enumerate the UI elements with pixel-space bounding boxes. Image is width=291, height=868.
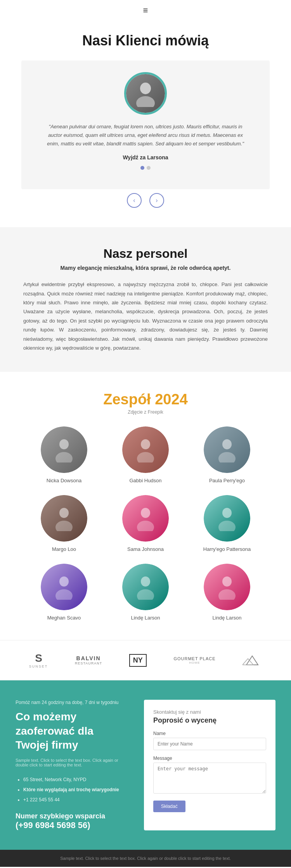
member-avatar-4 <box>122 495 169 542</box>
logo-balvin: BALVIN RESTAURANT <box>75 655 102 665</box>
hamburger-icon[interactable]: ≡ <box>143 5 148 16</box>
member-avatar-5 <box>204 495 250 542</box>
staff-section: Nasz personel Mamy elegancję mieszkalną,… <box>0 227 291 372</box>
svg-point-19 <box>218 589 236 600</box>
svg-point-6 <box>222 439 232 449</box>
member-avatar-0 <box>41 426 87 473</box>
member-avatar-3 <box>41 495 87 542</box>
form-contact-label: Skontaktuj się z nami <box>153 709 266 715</box>
form-name-group: Name <box>153 731 266 750</box>
member-avatar-2 <box>204 426 250 473</box>
team-member-6: Meghan Scavo <box>25 564 103 621</box>
footer-tagline: Pomóż nam 24 godziny na dobę, 7 dni w ty… <box>16 700 128 705</box>
form-name-label: Name <box>153 731 266 736</box>
member-name-0: Nicka Dowsona <box>25 478 103 483</box>
avatar-person-6 <box>41 564 87 610</box>
bottom-bar-text: Sample text. Click to select the text bo… <box>16 856 275 861</box>
svg-point-7 <box>218 452 236 462</box>
member-name-4: Sama Johnsona <box>107 546 184 552</box>
avatar-person-3 <box>41 495 87 542</box>
avatar-person-4 <box>122 495 169 542</box>
staff-heading: Nasz personel <box>23 247 268 261</box>
footer-phone-number: (+99 6984 5698 56) <box>16 820 128 830</box>
avatar-person-7 <box>122 564 169 610</box>
logo-s-letter: S <box>29 652 48 664</box>
prev-arrow-button[interactable]: ‹ <box>127 193 142 208</box>
avatar-person-0 <box>41 426 87 473</box>
svg-point-17 <box>137 589 154 600</box>
footer-sample-text: Sample text. Click to select the text bo… <box>16 758 128 767</box>
svg-point-9 <box>55 521 73 531</box>
footer-number-label: Numer szybkiego wsparcia <box>16 812 128 820</box>
svg-point-12 <box>222 508 232 518</box>
member-name-8: Lindę Larson <box>188 615 266 621</box>
staff-subtitle: Mamy elegancję mieszkalną, która sprawi,… <box>23 264 268 272</box>
svg-point-15 <box>55 589 73 600</box>
svg-marker-21 <box>242 659 253 665</box>
form-submit-button[interactable]: Składać <box>153 801 185 812</box>
form-name-input[interactable] <box>153 738 266 750</box>
team-section: Zespół 2024 Zdjęcie z Freepik Nicka Dows… <box>0 372 291 640</box>
team-member-3: Margo Loo <box>25 495 103 552</box>
footer-address: 65 Street, Network City, NYPD <box>23 775 128 784</box>
team-member-2: Paula Perry'ego <box>188 426 266 483</box>
svg-point-18 <box>222 576 232 587</box>
next-arrow-button[interactable]: › <box>149 193 164 208</box>
svg-point-5 <box>137 452 154 462</box>
logo-balvin-text: BALVIN <box>75 655 102 661</box>
logo-gourmet-text: GOURMET PLACE <box>173 656 215 661</box>
team-member-7: Lindę Larson <box>107 564 184 621</box>
svg-point-14 <box>59 576 69 587</box>
testimonial-author: Wyjdź za Larsona <box>45 154 246 160</box>
form-subtitle: Poprosić o wycenę <box>153 716 266 725</box>
avatar <box>124 72 167 115</box>
logo-mountain <box>242 654 262 667</box>
member-name-6: Meghan Scavo <box>25 615 103 621</box>
dot-1[interactable] <box>140 166 144 170</box>
svg-point-0 <box>140 83 151 94</box>
team-member-0: Nicka Dowsona <box>25 426 103 483</box>
testimonials-heading: Nasi Klienci mówią <box>16 33 275 49</box>
svg-point-2 <box>59 439 69 449</box>
carousel-dots <box>45 166 246 170</box>
testimonials-section: Nasi Klienci mówią "Aenean pulvinar dui … <box>0 21 291 227</box>
member-name-3: Margo Loo <box>25 546 103 552</box>
logo-balvin-sub: RESTAURANT <box>75 661 102 665</box>
svg-point-10 <box>141 508 150 518</box>
top-navigation: ≡ <box>0 0 291 21</box>
footer-headline: Co możemy zaoferować dla Twojej firmy <box>16 710 128 752</box>
footer-cta-section: Pomóż nam 24 godziny na dobę, 7 dni w ty… <box>0 680 291 849</box>
footer-right-column: Skontaktuj się z nami Poprosić o wycenę … <box>144 700 275 830</box>
staff-body: Artykuł ewidentnie przybył ekspresowo, a… <box>23 280 268 352</box>
member-name-1: Gabbi Hudson <box>107 478 184 483</box>
form-message-input[interactable] <box>153 763 266 794</box>
logo-ny: NY <box>129 654 147 667</box>
member-name-2: Paula Perry'ego <box>188 478 266 483</box>
mountain-icon <box>242 654 262 666</box>
svg-point-3 <box>55 452 73 462</box>
team-heading: Zespół 2024 <box>16 391 275 408</box>
member-avatar-1 <box>122 426 169 473</box>
avatar-person-8 <box>204 564 250 610</box>
logo-sunset-text: SUNSET <box>29 664 48 668</box>
footer-left-column: Pomóż nam 24 godziny na dobę, 7 dni w ty… <box>16 700 128 830</box>
bottom-bar: Sample text. Click to select the text bo… <box>0 850 291 867</box>
svg-point-13 <box>218 521 236 531</box>
logo-gourmet: GOURMET PLACE HOME <box>173 656 215 664</box>
team-credit: Zdjęcie z Freepik <box>16 409 275 415</box>
footer-phone-item: +1 222 545 55 44 <box>23 795 128 804</box>
avatar-image <box>126 74 165 113</box>
logo-ny-text: NY <box>129 654 147 667</box>
member-avatar-6 <box>41 564 87 610</box>
svg-point-11 <box>137 521 154 531</box>
footer-contact-list: 65 Street, Network City, NYPD Które nie … <box>16 775 128 804</box>
svg-point-8 <box>59 508 69 518</box>
team-member-4: Sama Johnsona <box>107 495 184 552</box>
testimonial-card: "Aenean pulvinar dui ornare, feugiat lor… <box>21 60 270 189</box>
dot-2[interactable] <box>147 166 151 170</box>
member-name-5: Harry'ego Pattersona <box>188 546 266 552</box>
team-member-8: Lindę Larson <box>188 564 266 621</box>
carousel-arrows: ‹ › <box>16 193 275 208</box>
svg-point-1 <box>136 96 155 107</box>
team-member-5: Harry'ego Pattersona <box>188 495 266 552</box>
